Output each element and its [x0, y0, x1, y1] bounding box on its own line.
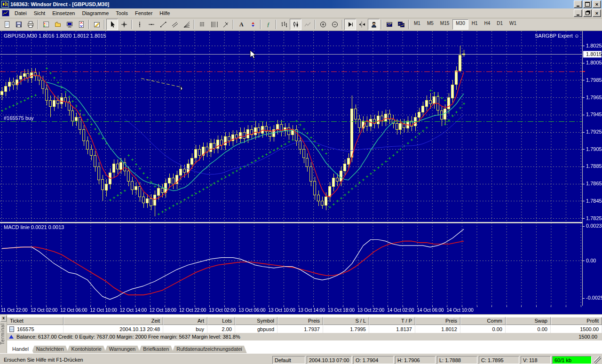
save-button[interactable] — [13, 19, 24, 30]
toolbar-separator — [233, 20, 234, 29]
child-restore-button[interactable] — [583, 9, 592, 17]
timeframe-d1-button[interactable]: D1 — [493, 19, 506, 30]
resize-grip[interactable] — [594, 356, 601, 364]
trendline-button[interactable] — [157, 19, 169, 30]
menu-item-einsetzen[interactable]: Einsetzen — [49, 9, 79, 17]
indicators-button[interactable]: ƒ — [262, 19, 274, 30]
menu-item-sicht[interactable]: Sicht — [31, 9, 49, 17]
metaeditor-icon — [93, 21, 101, 28]
chart-area[interactable]: GBPUSD,M30 1.8016 1.8020 1.8012 1.8015 S… — [0, 31, 602, 314]
fibonacci-button[interactable] — [181, 19, 192, 30]
terminal-tab-warnungen[interactable]: Warnungen — [104, 346, 140, 353]
menu-bar: DateiSichtEinsetzenDiagrammeToolsFenster… — [0, 8, 602, 18]
column-header-tp[interactable]: T / P — [369, 317, 415, 325]
line-chart-button[interactable] — [301, 19, 313, 30]
toolbar-separator — [104, 20, 105, 29]
status-bar: Ersuchen Sie Hilfe mit F1-Drücken Defaul… — [0, 353, 602, 364]
menu-item-fenster[interactable]: Fenster — [132, 9, 156, 17]
zoom-out-button[interactable] — [329, 19, 341, 30]
arrow-styles-button[interactable] — [247, 19, 259, 30]
profile-a-icon — [386, 21, 393, 28]
channel-button[interactable] — [169, 19, 181, 30]
new-chart-button[interactable] — [1, 19, 13, 30]
toolbar-separator — [408, 20, 409, 29]
menu-item-tools[interactable]: Tools — [112, 9, 132, 17]
pitchfork-button[interactable] — [220, 19, 231, 30]
vertical-line-icon — [136, 21, 143, 28]
timeframe-h4-button[interactable]: H4 — [481, 19, 494, 30]
chart-shift-button[interactable] — [356, 19, 368, 30]
terminal-side-label: Terminal — [0, 323, 6, 345]
column-header-preis[interactable]: Preis — [277, 317, 323, 325]
candle-chart-button[interactable] — [290, 19, 301, 30]
metaeditor-button[interactable] — [91, 19, 103, 30]
navigator-button[interactable] — [52, 19, 63, 30]
maximize-button[interactable] — [583, 0, 592, 8]
terminal-tab-rufdatenaufzeichnungsdatei[interactable]: Rufdatenaufzeichnungsdatei — [172, 346, 246, 353]
timeframe-m30-button[interactable]: M30 — [452, 19, 468, 30]
menu-item-hilfe[interactable]: Hilfe — [156, 9, 174, 17]
close-button[interactable]: × — [593, 0, 601, 8]
horizontal-line-button[interactable] — [145, 19, 157, 30]
new-order-button[interactable] — [75, 19, 87, 30]
column-header-profit[interactable]: Profit — [551, 317, 602, 325]
grid-button[interactable] — [196, 19, 208, 30]
minimize-button[interactable] — [574, 0, 582, 8]
column-header-lots[interactable]: Lots — [207, 317, 235, 325]
child-minimize-icon — [577, 11, 579, 16]
column-header-preis[interactable]: Preis — [415, 317, 460, 325]
terminal-button[interactable] — [63, 19, 75, 30]
order-row[interactable]: 1655752004.10.13 20:48buy2.00gbpusd1.793… — [7, 325, 602, 333]
order-cell: 2004.10.13 20:48 — [63, 325, 163, 333]
cycle-lines-button[interactable] — [208, 19, 220, 30]
bar-chart-button[interactable] — [278, 19, 290, 30]
terminal-tab-handel[interactable]: Handel — [8, 346, 33, 353]
timeframe-h1-button[interactable]: H1 — [468, 19, 481, 30]
terminal-tab-kontohistorie[interactable]: Kontohistorie — [67, 346, 106, 353]
auto-scroll-button[interactable] — [344, 19, 356, 30]
vertical-line-button[interactable] — [134, 19, 145, 30]
expert-advisors-button[interactable] — [368, 19, 380, 30]
child-minimize-button[interactable] — [574, 9, 582, 17]
price-chart-canvas[interactable] — [0, 31, 602, 314]
terminal-tab-briefkasten[interactable]: Briefkasten — [138, 346, 174, 353]
menu-item-datei[interactable]: Datei — [11, 9, 31, 17]
column-header-ticket[interactable]: Ticket — [7, 317, 63, 325]
column-header-zeit[interactable]: Zeit — [63, 317, 163, 325]
crosshair-button[interactable] — [118, 19, 130, 30]
toolbar-separator — [260, 20, 261, 29]
order-cell: 0.00 — [460, 325, 506, 333]
open-order-label: #165575 buy — [4, 115, 34, 121]
zoom-in-button[interactable] — [317, 19, 329, 30]
timeframe-m15-button[interactable]: M15 — [437, 19, 452, 30]
timeframe-m1-button[interactable]: M1 — [411, 19, 424, 30]
print-button[interactable] — [24, 19, 36, 30]
child-close-button[interactable]: × — [593, 9, 601, 17]
menu-item-diagramme[interactable]: Diagramme — [79, 9, 112, 17]
candle-chart-icon — [292, 21, 300, 28]
profile-b-button[interactable] — [395, 19, 407, 30]
column-header-swap[interactable]: Swap — [506, 317, 551, 325]
timeframe-w1-button[interactable]: W1 — [506, 19, 520, 30]
cursor-button[interactable] — [106, 19, 118, 30]
svg-text:ƒ: ƒ — [267, 21, 269, 28]
balance-summary: Balance: 6137.00 Credit: 0 Equity: 7637.… — [16, 334, 240, 340]
status-segment: H: 1.7906 — [395, 356, 436, 364]
profile-a-button[interactable] — [383, 19, 395, 30]
timeframe-m5-button[interactable]: M5 — [424, 19, 437, 30]
column-header-symbol[interactable]: Symbol — [235, 317, 277, 325]
maximize-icon — [585, 2, 590, 7]
profile-b-icon — [397, 21, 405, 28]
app-icon — [1, 1, 9, 8]
column-header-art[interactable]: Art — [163, 317, 207, 325]
new-chart-icon — [3, 21, 11, 28]
text-label-button[interactable]: A — [235, 19, 247, 30]
column-header-sl[interactable]: S / L — [323, 317, 369, 325]
toolbar-separator — [276, 20, 277, 29]
market-watch-button[interactable] — [40, 19, 52, 30]
terminal-close-button[interactable]: x — [0, 316, 7, 322]
child-restore-icon — [586, 11, 589, 15]
terminal-tab-nachrichten[interactable]: Nachrichten — [32, 346, 69, 353]
column-header-comm[interactable]: Comm — [460, 317, 506, 325]
total-profit: 1500.00 — [578, 334, 602, 340]
